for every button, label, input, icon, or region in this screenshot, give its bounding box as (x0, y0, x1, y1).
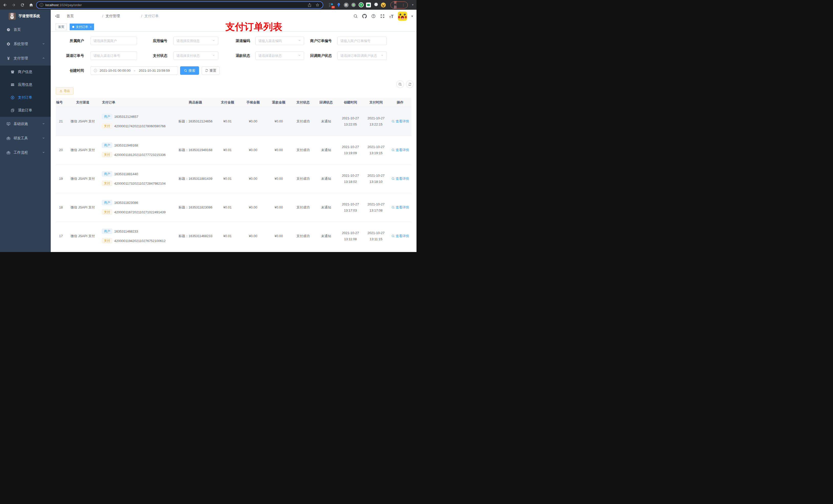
url-path: :1024/pay/order (58, 3, 82, 7)
filter-label: 创建时间 (56, 68, 90, 73)
magnifier-icon (391, 206, 395, 209)
extension-command-icon[interactable]: ⌘ (343, 2, 349, 8)
channel-order-no-input[interactable] (90, 51, 137, 60)
date-start: 2021-10-01 00:00:00 (100, 69, 130, 72)
sidebar-item-system[interactable]: 系统管理 (0, 37, 51, 51)
merchant-order-no: 1635311881440 (114, 172, 138, 176)
table-row: 商户1635311575786 支付 (56, 250, 411, 252)
merchant-tag: 商户 (102, 171, 112, 176)
sidebar-item-refund-order[interactable]: 退款订单 (0, 104, 51, 117)
github-icon[interactable] (362, 14, 367, 19)
filter-label: 退款状态 (218, 53, 255, 58)
sidebar-submenu-payment: 商户信息 应用信息 支付订单 退款订单 (0, 66, 51, 117)
cell-notify: 未通知 (314, 136, 338, 164)
store-icon (10, 70, 15, 74)
refresh-icon[interactable] (406, 80, 414, 88)
channel-code-select[interactable]: 请输入渠道编码 (255, 37, 304, 45)
cell-order: 商户1635311468233 支付4200001194202110276752… (99, 222, 176, 250)
sidebar-item-dev-tools[interactable]: 研发工具 (0, 131, 51, 145)
avatar-caret-icon[interactable]: ▼ (411, 15, 413, 18)
cell-order: 商户1635311575786 支付 (99, 250, 176, 252)
notify-status-select[interactable]: 请选择订单回调商户状态 (337, 51, 387, 60)
view-detail-link[interactable]: 查看详情 (391, 148, 409, 152)
view-detail-link[interactable]: 查看详情 (391, 205, 409, 210)
avatar[interactable] (398, 11, 407, 21)
merchant-order-no-input[interactable] (337, 37, 387, 45)
cell-status: 支付成功 (291, 136, 314, 164)
sidebar-item-home[interactable]: 首页 (0, 23, 51, 37)
extension-puzzle-icon[interactable] (374, 2, 379, 8)
font-size-icon[interactable]: TT (389, 14, 394, 19)
extension-chat-icon[interactable] (366, 2, 371, 8)
magnifier-icon (391, 148, 395, 152)
view-detail-link[interactable]: 查看详情 (391, 119, 409, 124)
cell-id: 17 (56, 222, 66, 250)
cell-refund: ¥0.00 (266, 107, 291, 136)
cell-status: 支付成功 (291, 107, 314, 136)
bookmark-star-icon[interactable] (315, 3, 320, 7)
view-detail-link[interactable]: 查看详情 (391, 176, 409, 181)
breadcrumb-separator: / (141, 14, 142, 18)
help-icon[interactable] (371, 14, 376, 19)
search-icon[interactable] (353, 14, 358, 19)
cell-paid: 2021-10-2713:11:15 (363, 222, 389, 250)
date-range-input[interactable]: 2021-10-01 00:00:00 - 2021-10-31 23:59:5… (90, 66, 178, 75)
extension-y-icon[interactable]: Y (358, 2, 363, 8)
cell-notify: 未通知 (314, 193, 338, 221)
view-detail-link[interactable]: 查看详情 (391, 234, 409, 238)
date-end: 2021-10-31 23:59:59 (139, 69, 170, 72)
app-select[interactable]: 请选择应用信息 (173, 37, 218, 45)
search-button[interactable]: 搜索 (180, 66, 199, 75)
tab-home[interactable]: 首页 (55, 24, 67, 30)
tab-pay-order[interactable]: 支付订单 × (70, 24, 94, 30)
sidebar-logo: 芋道管理系统 (0, 10, 51, 23)
profile-caret-icon[interactable]: ▼ (412, 4, 414, 6)
sidebar-item-pay-order[interactable]: 支付订单 (0, 91, 51, 104)
table-row: 19 微信 JSAPI 支付 商户1635311881440 支付4200001… (56, 164, 411, 193)
cell-channel: 微信 JSAPI 支付 (66, 107, 99, 136)
merchant-input[interactable] (90, 37, 137, 45)
refund-status-select[interactable]: 请选择退款状态 (255, 51, 304, 60)
close-icon[interactable]: × (90, 25, 91, 28)
extension-emoji-icon[interactable] (381, 3, 385, 7)
sidebar-collapse-icon[interactable] (55, 14, 60, 19)
share-icon[interactable] (307, 3, 312, 7)
breadcrumb-payment[interactable]: 支付管理 (105, 14, 139, 19)
filter-label: 渠道编码 (218, 39, 255, 43)
cell-action: 查看详情 (389, 164, 411, 193)
extension-blocks-icon[interactable]: 10 (328, 2, 334, 8)
chevron-down-icon (42, 42, 45, 46)
browser-menu-icon[interactable]: ⋮ (402, 3, 405, 7)
site-info-icon[interactable]: i (40, 3, 43, 7)
fullscreen-icon[interactable] (380, 14, 385, 19)
screen: i localhost:1024/pay/order 10 ⌘ Y 更新 ⋮ ▼ (0, 0, 416, 252)
reset-button[interactable]: 重置 (201, 66, 219, 75)
sidebar-item-payment[interactable]: ¥ 支付管理 (0, 51, 51, 66)
back-icon[interactable] (3, 3, 7, 7)
toggle-search-icon[interactable] (396, 80, 404, 88)
extension-gem-icon[interactable] (336, 2, 341, 8)
breadcrumb-home[interactable]: 首页 (67, 14, 100, 19)
forward-icon[interactable] (11, 3, 16, 7)
sidebar-item-infrastructure[interactable]: 基础设施 (0, 117, 51, 131)
breadcrumb-separator: / (102, 14, 103, 18)
toolbox-icon (6, 150, 11, 155)
cell-notify: 未通知 (314, 164, 338, 193)
update-button[interactable]: 更新 ⋮ (390, 2, 408, 8)
pay-status-select[interactable]: 请选择支付状态 (173, 51, 218, 60)
sidebar-item-workflow[interactable]: 工作流程 (0, 145, 51, 160)
reload-icon[interactable] (20, 3, 25, 7)
cell-order: 商户1635312124657 支付4200001174202110278060… (99, 107, 176, 136)
sidebar-item-merchant-info[interactable]: 商户信息 (0, 66, 51, 78)
address-bar[interactable]: i localhost:1024/pay/order (36, 1, 323, 9)
home-icon[interactable] (29, 3, 33, 7)
export-button[interactable]: 导出 (56, 87, 73, 95)
cell-status: 支付成功 (291, 193, 314, 221)
yen-circle-icon (10, 96, 15, 100)
extension-dot-icon[interactable] (351, 2, 356, 8)
cell-title: 标题：1635311881439 (176, 164, 215, 193)
cell-notify: 未通知 (314, 222, 338, 250)
cell-amount (215, 250, 240, 252)
sidebar-item-app-info[interactable]: 应用信息 (0, 78, 51, 91)
yen-icon: ¥ (6, 56, 11, 61)
